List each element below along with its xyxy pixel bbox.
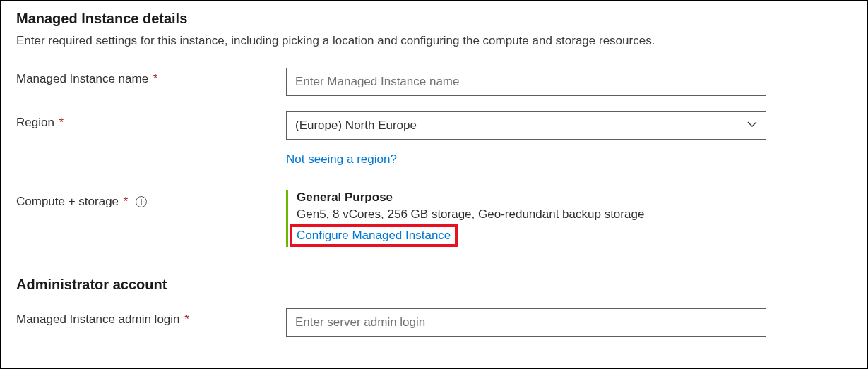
section-description: Enter required settings for this instanc… bbox=[16, 34, 852, 48]
required-asterisk: * bbox=[153, 72, 158, 85]
info-icon[interactable]: i bbox=[136, 196, 147, 207]
label-instance-name: Managed Instance name * bbox=[16, 68, 286, 86]
label-region: Region * bbox=[16, 111, 286, 130]
label-admin-login: Managed Instance admin login * bbox=[16, 308, 286, 327]
label-compute-storage-text: Compute + storage bbox=[16, 195, 119, 208]
row-instance-name: Managed Instance name * bbox=[16, 68, 852, 96]
control-admin-login bbox=[286, 308, 766, 337]
required-asterisk: * bbox=[124, 195, 129, 208]
control-region: (Europe) North Europe bbox=[286, 111, 766, 140]
region-select[interactable]: (Europe) North Europe bbox=[286, 111, 766, 140]
row-region: Region * (Europe) North Europe bbox=[16, 111, 852, 140]
control-compute-storage: General Purpose Gen5, 8 vCores, 256 GB s… bbox=[286, 190, 766, 247]
admin-heading: Administrator account bbox=[16, 277, 852, 293]
row-region-help: Not seeing a region? bbox=[16, 152, 852, 167]
instance-name-input[interactable] bbox=[286, 68, 766, 96]
label-region-text: Region bbox=[16, 116, 54, 129]
required-asterisk: * bbox=[184, 313, 189, 326]
label-compute-storage: Compute + storage * i bbox=[16, 190, 286, 209]
label-instance-name-text: Managed Instance name bbox=[16, 72, 148, 85]
region-select-value: (Europe) North Europe bbox=[286, 111, 766, 140]
managed-instance-panel: Managed Instance details Enter required … bbox=[0, 0, 868, 369]
compute-summary: General Purpose Gen5, 8 vCores, 256 GB s… bbox=[286, 190, 766, 247]
configure-managed-instance-link[interactable]: Configure Managed Instance bbox=[297, 229, 451, 242]
label-admin-login-text: Managed Instance admin login bbox=[16, 313, 180, 326]
required-asterisk: * bbox=[59, 116, 64, 129]
row-compute-storage: Compute + storage * i General Purpose Ge… bbox=[16, 190, 852, 247]
section-heading: Managed Instance details bbox=[16, 11, 852, 27]
compute-specs: Gen5, 8 vCores, 256 GB storage, Geo-redu… bbox=[297, 207, 766, 222]
admin-login-input[interactable] bbox=[286, 308, 766, 337]
compute-tier: General Purpose bbox=[297, 190, 766, 205]
control-instance-name bbox=[286, 68, 766, 96]
configure-highlight: Configure Managed Instance bbox=[290, 224, 458, 247]
not-seeing-region-link[interactable]: Not seeing a region? bbox=[286, 152, 397, 166]
row-admin-login: Managed Instance admin login * bbox=[16, 308, 852, 337]
